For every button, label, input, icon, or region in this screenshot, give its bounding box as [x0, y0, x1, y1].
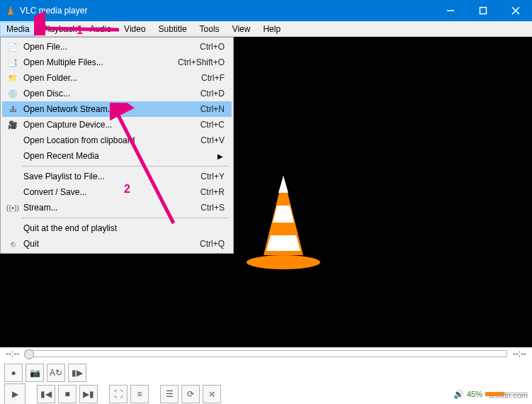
menu-open-file[interactable]: 📄Open File...Ctrl+O [2, 39, 232, 55]
minimize-button[interactable] [434, 0, 467, 21]
seek-slider[interactable] [25, 350, 506, 357]
toolbar-secondary: ● 📷 A↻ ▮▶ [0, 363, 532, 383]
loop-button[interactable]: ⟳ [181, 385, 200, 403]
svg-line-14 [115, 110, 174, 223]
equalizer-icon: ≡ [137, 389, 142, 399]
time-total: --:-- [513, 349, 526, 359]
svg-rect-3 [480, 8, 487, 14]
fullscreen-icon: ⛶ [114, 389, 123, 399]
playlist-icon: ☰ [166, 389, 174, 399]
exit-icon: ⎋ [5, 240, 21, 248]
a-to-b-button[interactable]: A↻ [47, 364, 65, 382]
snapshot-button[interactable]: 📷 [26, 364, 44, 382]
menu-media[interactable]: Media [0, 22, 36, 36]
svg-rect-1 [8, 13, 13, 15]
speaker-icon[interactable]: 🔊 [453, 389, 464, 399]
loop-icon: ⟳ [187, 389, 194, 399]
time-elapsed: --:-- [6, 349, 19, 359]
vlc-cone-icon [6, 5, 16, 17]
annotation-number-2: 2 [124, 183, 130, 196]
camera-icon: 📷 [30, 368, 40, 378]
menu-quit[interactable]: ⎋QuitCtrl+Q [2, 236, 232, 252]
close-button[interactable] [499, 0, 532, 21]
svg-point-6 [247, 255, 320, 269]
menu-help[interactable]: Help [256, 22, 287, 36]
network-icon: 🖧 [5, 105, 21, 113]
annotation-arrow-2 [110, 103, 195, 230]
volume-percent: 45% [467, 390, 482, 398]
stream-icon: ((•)) [5, 203, 21, 212]
maximize-button[interactable] [467, 0, 499, 21]
files-icon: 📑 [5, 58, 21, 67]
stop-icon: ■ [64, 389, 69, 399]
next-button[interactable]: ▶▮ [79, 385, 98, 403]
shuffle-button[interactable]: ⤨ [203, 385, 221, 403]
toolbar-primary: ▶ ▮◀ ■ ▶▮ ⛶ ≡ ☰ ⟳ ⤨ 🔊 45% [0, 384, 532, 404]
frame-button[interactable]: ▮▶ [68, 364, 86, 382]
watermark: wsxdn.com [489, 391, 528, 400]
capture-icon: 🎥 [5, 120, 21, 130]
disc-icon: 💿 [5, 89, 21, 99]
play-icon: ▶ [12, 389, 18, 399]
playlist-button[interactable]: ☰ [160, 385, 179, 403]
vlc-logo-icon [241, 172, 326, 271]
ext-settings-button[interactable]: ≡ [130, 385, 149, 403]
record-icon: ● [11, 368, 16, 378]
svg-marker-0 [9, 6, 13, 13]
seek-row: --:-- --:-- [0, 347, 532, 360]
chevron-right-icon: ▶ [217, 152, 223, 160]
file-icon: 📄 [5, 43, 21, 52]
menu-open-multiple-files[interactable]: 📑Open Multiple Files...Ctrl+Shift+O [2, 55, 232, 70]
next-icon: ▶▮ [83, 389, 94, 399]
prev-button[interactable]: ▮◀ [37, 385, 55, 403]
shuffle-icon: ⤨ [208, 389, 215, 399]
menu-tools[interactable]: Tools [193, 22, 226, 36]
menu-view[interactable]: View [226, 22, 257, 36]
frame-icon: ▮▶ [72, 368, 83, 378]
menu-subtitle[interactable]: Subtitle [152, 22, 193, 36]
annotation-number-1: 1 [77, 24, 83, 37]
prev-icon: ▮◀ [40, 389, 52, 399]
stop-button[interactable]: ■ [58, 385, 77, 403]
fullscreen-button[interactable]: ⛶ [109, 385, 128, 403]
play-button[interactable]: ▶ [4, 383, 26, 404]
seek-knob[interactable] [24, 349, 34, 359]
menu-open-disc[interactable]: 💿Open Disc...Ctrl+D [2, 86, 232, 101]
menu-open-folder[interactable]: 📁Open Folder...Ctrl+F [2, 70, 232, 86]
record-button[interactable]: ● [4, 364, 23, 382]
svg-marker-8 [278, 176, 288, 193]
folder-icon: 📁 [5, 74, 21, 83]
svg-marker-10 [266, 235, 300, 251]
window-controls [434, 0, 532, 21]
ab-icon: A↻ [50, 368, 62, 378]
